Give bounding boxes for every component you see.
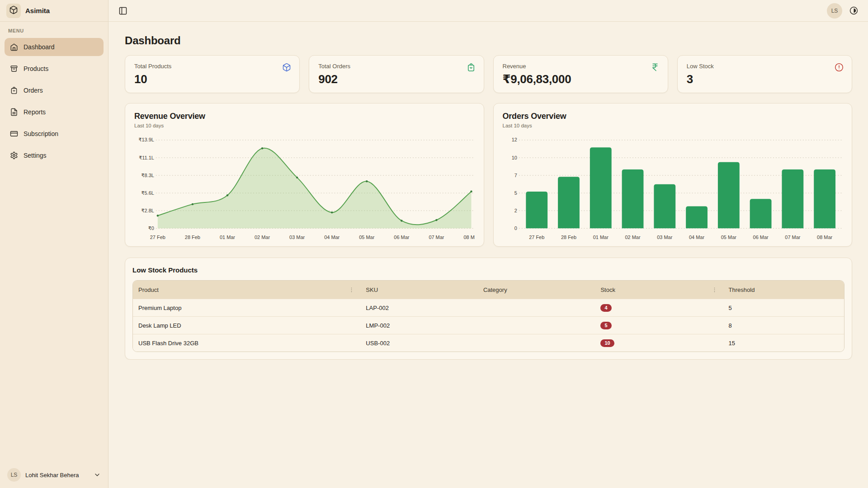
chart-subtitle: Last 10 days: [134, 123, 475, 128]
svg-text:₹8.3L: ₹8.3L: [142, 173, 154, 178]
stat-label: Revenue: [503, 63, 659, 70]
column-header-product: Product: [133, 286, 360, 293]
sidebar-item-reports[interactable]: Reports: [5, 103, 104, 121]
theme-toggle-icon[interactable]: [849, 6, 858, 15]
svg-text:12: 12: [511, 137, 517, 142]
sidebar-toggle-icon[interactable]: [118, 6, 127, 15]
column-menu-icon[interactable]: [711, 286, 718, 293]
stat-value: 902: [318, 72, 474, 86]
column-header-category: Category: [478, 286, 595, 293]
sidebar-header: Asimita: [0, 0, 108, 22]
avatar[interactable]: LS: [827, 3, 842, 19]
product-cell: USB Flash Drive 32GB: [133, 340, 360, 347]
svg-text:₹11.1L: ₹11.1L: [139, 155, 154, 160]
sku-cell: LMP-002: [360, 322, 478, 329]
svg-text:05 Mar: 05 Mar: [721, 235, 736, 240]
threshold-cell: 8: [723, 322, 844, 329]
sidebar-item-label: Reports: [24, 108, 46, 116]
svg-text:06 Mar: 06 Mar: [394, 235, 409, 240]
sidebar-item-label: Settings: [24, 152, 47, 159]
sidebar-item-orders[interactable]: Orders: [5, 81, 104, 99]
column-header-threshold: Threshold: [723, 286, 844, 293]
sidebar-item-label: Dashboard: [24, 43, 55, 51]
menu-section-label: MENU: [5, 28, 104, 38]
sku-cell: USB-002: [360, 340, 478, 347]
sidebar-item-products[interactable]: Products: [5, 60, 104, 78]
low-stock-products-card: Low Stock Products ProductSKUCategorySto…: [125, 258, 852, 360]
stat-label: Low Stock: [687, 63, 843, 70]
svg-text:27 Feb: 27 Feb: [150, 235, 165, 240]
package-icon: [282, 63, 291, 72]
user-name: Lohit Sekhar Behera: [25, 472, 89, 479]
threshold-cell: 15: [723, 340, 844, 347]
home-icon: [10, 43, 18, 51]
stat-value: ₹9,06,83,000: [503, 72, 659, 86]
svg-text:₹5.6L: ₹5.6L: [142, 190, 154, 196]
svg-text:₹0: ₹0: [148, 225, 154, 231]
brand-name: Asimita: [25, 7, 50, 14]
svg-text:01 Mar: 01 Mar: [593, 235, 608, 240]
sidebar-item-label: Products: [24, 65, 48, 72]
svg-text:28 Feb: 28 Feb: [561, 235, 576, 240]
chart-title: Orders Overview: [503, 112, 843, 121]
stock-badge: 5: [600, 322, 611, 329]
svg-text:5: 5: [514, 190, 517, 196]
stat-card-revenue: Revenue₹9,06,83,000: [493, 55, 668, 93]
credit-card-icon: [10, 130, 18, 138]
product-cell: Desk Lamp LED: [133, 322, 360, 329]
table-title: Low Stock Products: [132, 266, 844, 274]
svg-text:02 Mar: 02 Mar: [625, 235, 640, 240]
svg-text:07 Mar: 07 Mar: [785, 235, 800, 240]
table-header-row: ProductSKUCategoryStockThreshold: [133, 281, 844, 299]
rupee-icon: [651, 63, 660, 72]
stat-card-total-products: Total Products10: [125, 55, 300, 93]
column-header-label: Threshold: [729, 286, 755, 293]
column-menu-icon[interactable]: [348, 286, 355, 293]
brand-logo: [6, 4, 21, 18]
table-row[interactable]: Desk Lamp LEDLMP-00258: [133, 316, 844, 334]
sidebar-item-label: Subscription: [24, 130, 58, 137]
sidebar-item-settings[interactable]: Settings: [5, 146, 104, 164]
column-header-label: Category: [483, 286, 507, 293]
column-header-label: Product: [138, 286, 159, 293]
svg-text:05 Mar: 05 Mar: [359, 235, 374, 240]
svg-text:04 Mar: 04 Mar: [689, 235, 704, 240]
stock-cell: 4: [595, 304, 723, 312]
package-icon: [9, 5, 18, 16]
svg-text:28 Feb: 28 Feb: [185, 235, 200, 240]
stat-card-total-orders: Total Orders902: [309, 55, 484, 93]
revenue-area-chart: ₹0₹2.8L₹5.6L₹8.3L₹11.1L₹13.9L27 Feb28 Fe…: [134, 134, 475, 246]
sidebar-item-label: Orders: [24, 87, 43, 94]
sidebar-item-dashboard[interactable]: Dashboard: [5, 38, 104, 56]
sidebar-user[interactable]: LS Lohit Sekhar Behera: [0, 462, 108, 488]
shopping-bag-icon: [10, 86, 18, 94]
product-cell: Premium Laptop: [133, 305, 360, 311]
archive-icon: [10, 65, 18, 73]
sku-cell: LAP-002: [360, 305, 478, 311]
column-header-label: Stock: [600, 286, 615, 293]
svg-text:06 Mar: 06 Mar: [753, 235, 768, 240]
sidebar-item-subscription[interactable]: Subscription: [5, 125, 104, 143]
svg-text:27 Feb: 27 Feb: [529, 235, 544, 240]
column-header-label: SKU: [366, 286, 378, 293]
table-row[interactable]: USB Flash Drive 32GBUSB-0021015: [133, 334, 844, 352]
avatar: LS: [7, 468, 21, 482]
chevron-down-icon[interactable]: [94, 471, 101, 479]
stat-card-low-stock: Low Stock3: [677, 55, 852, 93]
svg-text:01 Mar: 01 Mar: [220, 235, 235, 240]
alert-circle-icon: [835, 63, 844, 72]
topbar: LS: [108, 0, 868, 22]
dashboard-content: Dashboard Total Products10Total Orders90…: [108, 22, 868, 360]
table-row[interactable]: Premium LaptopLAP-00245: [133, 299, 844, 316]
svg-text:08 Mar: 08 Mar: [463, 235, 474, 240]
low-stock-table: ProductSKUCategoryStockThreshold Premium…: [132, 280, 844, 352]
stock-badge: 10: [600, 339, 614, 347]
file-text-icon: [10, 108, 18, 116]
page-title: Dashboard: [125, 34, 852, 47]
revenue-overview-card: Revenue Overview Last 10 days ₹0₹2.8L₹5.…: [125, 103, 484, 247]
column-header-sku: SKU: [360, 286, 478, 293]
orders-bar-chart: 0257101227 Feb28 Feb01 Mar02 Mar03 Mar04…: [503, 134, 843, 246]
settings-icon: [10, 151, 18, 160]
shopping-bag-icon: [467, 63, 476, 72]
main-area: LS Dashboard Total Products10Total Order…: [108, 0, 868, 488]
